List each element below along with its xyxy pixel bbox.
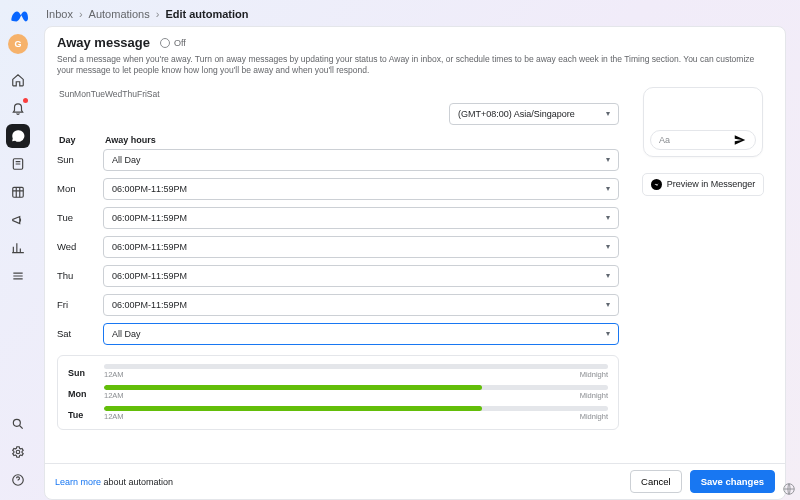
timeline-panel: Sun12AMMidnightMon12AMMidnightTue12AMMid…: [57, 355, 619, 430]
away-hours-value: 06:00PM-11:59PM: [112, 213, 187, 223]
away-hours-select[interactable]: 06:00PM-11:59PM▾: [103, 178, 619, 200]
timezone-select[interactable]: (GMT+08:00) Asia/Singapore ▾: [449, 103, 619, 125]
timeline-start-label: 12AM: [104, 412, 124, 421]
learn-more-link[interactable]: Learn more: [55, 477, 101, 487]
timeline-end-label: Midnight: [580, 391, 608, 400]
schedule-row: SunAll Day▾: [57, 149, 619, 171]
status-off-radio[interactable]: Off: [160, 38, 186, 48]
away-hours-select[interactable]: 06:00PM-11:59PM▾: [103, 265, 619, 287]
chevron-down-icon: ▾: [606, 184, 610, 193]
chevron-down-icon: ▾: [606, 213, 610, 222]
timeline-bar: [104, 406, 608, 411]
schedule-row: SatAll Day▾: [57, 323, 619, 345]
timeline-row: Mon12AMMidnight: [68, 385, 608, 404]
page-title: Away message: [57, 35, 150, 50]
nav-search[interactable]: [6, 412, 30, 436]
chevron-down-icon: ▾: [606, 300, 610, 309]
nav-posts[interactable]: [6, 152, 30, 176]
cancel-button[interactable]: Cancel: [630, 470, 682, 493]
timeline-row: Tue12AMMidnight: [68, 406, 608, 425]
nav-inbox[interactable]: [6, 124, 30, 148]
schedule-row: Mon06:00PM-11:59PM▾: [57, 178, 619, 200]
compose-input[interactable]: Aa: [650, 130, 756, 150]
chevron-down-icon: ▾: [606, 329, 610, 338]
chevron-down-icon: ▾: [606, 155, 610, 164]
app-sidebar: G: [0, 0, 36, 500]
preview-button-label: Preview in Messenger: [667, 179, 756, 189]
nav-help[interactable]: [6, 468, 30, 492]
meta-logo-icon: [7, 6, 29, 28]
save-changes-button[interactable]: Save changes: [690, 470, 775, 493]
radio-unchecked-icon: [160, 38, 170, 48]
away-hours-select[interactable]: All Day▾: [103, 323, 619, 345]
compose-placeholder: Aa: [659, 135, 670, 145]
column-header-hours: Away hours: [105, 135, 156, 145]
notification-dot-icon: [23, 98, 28, 103]
crumb-inbox[interactable]: Inbox: [46, 8, 73, 20]
send-icon[interactable]: [733, 133, 747, 147]
timeline-day-label: Mon: [68, 389, 96, 399]
day-label: Sat: [57, 328, 103, 339]
avatar-initial: G: [14, 39, 21, 49]
day-label: Fri: [57, 299, 103, 310]
nav-notifications[interactable]: [6, 96, 30, 120]
away-hours-select[interactable]: 06:00PM-11:59PM▾: [103, 207, 619, 229]
chevron-right-icon: ›: [156, 8, 160, 20]
preview-in-messenger-button[interactable]: Preview in Messenger: [642, 173, 765, 196]
away-hours-value: 06:00PM-11:59PM: [112, 242, 187, 252]
away-hours-value: 06:00PM-11:59PM: [112, 184, 187, 194]
nav-all-tools[interactable]: [6, 264, 30, 288]
nav-insights[interactable]: [6, 236, 30, 260]
column-header-day: Day: [59, 135, 105, 145]
status-off-label: Off: [174, 38, 186, 48]
timezone-value: (GMT+08:00) Asia/Singapore: [458, 109, 575, 119]
schedule-row: Wed06:00PM-11:59PM▾: [57, 236, 619, 258]
nav-home[interactable]: [6, 68, 30, 92]
timeline-end-label: Midnight: [580, 370, 608, 379]
svg-point-2: [13, 419, 20, 426]
timeline-bar: [104, 385, 608, 390]
day-label: Thu: [57, 270, 103, 281]
nav-ads[interactable]: [6, 208, 30, 232]
messenger-icon: [651, 179, 662, 190]
timeline-start-label: 12AM: [104, 370, 124, 379]
away-hours-value: 06:00PM-11:59PM: [112, 271, 187, 281]
page-description: Send a message when you're away. Turn on…: [57, 54, 773, 77]
svg-point-3: [16, 450, 20, 454]
day-label: Sun: [57, 154, 103, 165]
day-label: Mon: [57, 183, 103, 194]
message-preview: Aa: [643, 87, 763, 157]
away-hours-value: All Day: [112, 155, 141, 165]
crumb-automations[interactable]: Automations: [89, 8, 150, 20]
chevron-down-icon: ▾: [606, 242, 610, 251]
automation-card: Away message Off Send a message when you…: [44, 26, 786, 500]
user-avatar[interactable]: G: [8, 34, 28, 54]
away-hours-select[interactable]: 06:00PM-11:59PM▾: [103, 294, 619, 316]
learn-more: Learn more about automation: [55, 477, 173, 487]
chevron-down-icon: ▾: [606, 109, 610, 118]
timeline-row: Sun12AMMidnight: [68, 364, 608, 383]
nav-planner[interactable]: [6, 180, 30, 204]
breadcrumb: Inbox › Automations › Edit automation: [40, 6, 790, 26]
schedule-row: Fri06:00PM-11:59PM▾: [57, 294, 619, 316]
timeline-bar: [104, 364, 608, 369]
schedule-row: Tue06:00PM-11:59PM▾: [57, 207, 619, 229]
day-strip: SunMonTueWedThuFriSat: [59, 89, 619, 99]
timeline-day-label: Sun: [68, 368, 96, 378]
nav-settings[interactable]: [6, 440, 30, 464]
chevron-down-icon: ▾: [606, 271, 610, 280]
svg-rect-1: [13, 187, 24, 197]
away-hours-value: All Day: [112, 329, 141, 339]
globe-icon[interactable]: [782, 482, 796, 496]
schedule-row: Thu06:00PM-11:59PM▾: [57, 265, 619, 287]
day-label: Tue: [57, 212, 103, 223]
away-hours-select[interactable]: All Day▾: [103, 149, 619, 171]
chevron-right-icon: ›: [79, 8, 83, 20]
day-label: Wed: [57, 241, 103, 252]
timeline-end-label: Midnight: [580, 412, 608, 421]
crumb-current: Edit automation: [165, 8, 248, 20]
timeline-day-label: Tue: [68, 410, 96, 420]
away-hours-value: 06:00PM-11:59PM: [112, 300, 187, 310]
timeline-start-label: 12AM: [104, 391, 124, 400]
away-hours-select[interactable]: 06:00PM-11:59PM▾: [103, 236, 619, 258]
